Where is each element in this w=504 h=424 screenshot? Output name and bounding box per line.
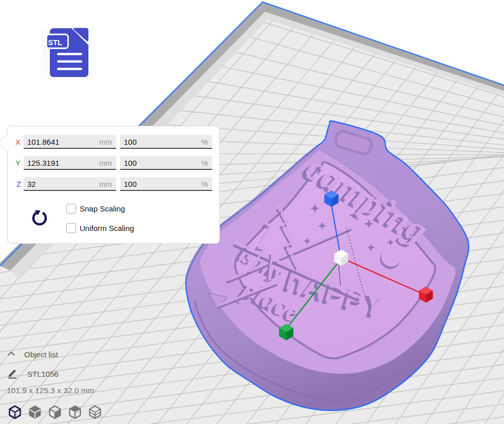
svg-text:STL: STL xyxy=(48,38,63,47)
